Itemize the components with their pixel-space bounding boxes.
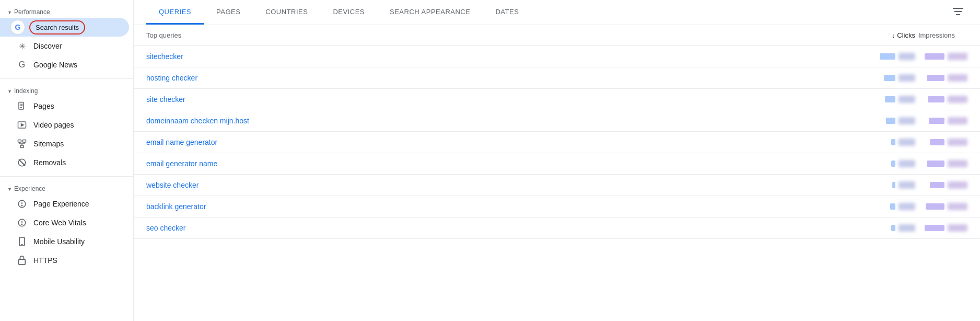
discover-label: Discover	[33, 42, 62, 50]
removals-icon	[17, 157, 27, 168]
clicks-bar-container	[873, 139, 915, 146]
sidebar-section-experience[interactable]: ▾ Experience	[0, 181, 133, 194]
query-text: backlink generator	[146, 202, 873, 211]
page-experience-label: Page Experience	[33, 200, 89, 208]
query-text: email name generator	[146, 138, 873, 146]
tab-countries[interactable]: COUNTRIES	[253, 1, 320, 25]
clicks-bar-container	[873, 117, 915, 124]
query-text: domeinnaam checken mijn.host	[146, 117, 873, 125]
sidebar-section-performance[interactable]: ▾ Performance	[0, 4, 133, 18]
https-label: HTTPS	[33, 256, 57, 265]
impressions-bar-container	[915, 117, 967, 124]
video-pages-icon	[17, 120, 27, 130]
svg-point-17	[21, 205, 22, 206]
clicks-bar-container	[873, 203, 915, 210]
table-row[interactable]: hosting checker	[134, 67, 980, 89]
sidebar-item-google-news[interactable]: G Google News	[0, 55, 129, 74]
sitemaps-icon	[17, 139, 27, 149]
search-results-label: Search results	[29, 20, 85, 35]
clicks-column-header: ↓ Clicks	[873, 31, 915, 39]
query-text: email generator name	[146, 159, 873, 168]
sidebar-item-mobile-usability[interactable]: Mobile Usability	[0, 232, 129, 251]
svg-marker-5	[21, 124, 24, 127]
pages-label: Pages	[33, 102, 54, 110]
tab-queries[interactable]: QUERIES	[146, 1, 204, 25]
chevron-down-icon-experience: ▾	[8, 186, 11, 192]
mobile-usability-icon	[17, 236, 27, 247]
impressions-label: Impressions	[918, 31, 955, 39]
clicks-bar-container	[873, 160, 915, 167]
chevron-down-icon-indexing: ▾	[8, 88, 11, 94]
sidebar-section-indexing-label: Indexing	[14, 87, 38, 95]
sidebar-section-indexing[interactable]: ▾ Indexing	[0, 83, 133, 97]
clicks-bar-container	[873, 74, 915, 82]
impressions-bar-container	[915, 160, 967, 167]
tab-pages[interactable]: PAGES	[204, 1, 253, 25]
clicks-label: Clicks	[897, 31, 915, 39]
sidebar-item-search-results[interactable]: G Search results	[0, 18, 129, 37]
https-icon	[17, 255, 27, 266]
sidebar-item-https[interactable]: HTTPS	[0, 251, 129, 270]
sitemaps-label: Sitemaps	[33, 140, 64, 148]
table-row[interactable]: email generator name	[134, 153, 980, 175]
query-text: seo checker	[146, 224, 873, 232]
svg-rect-7	[23, 140, 26, 143]
clicks-bar-container	[873, 96, 915, 103]
video-pages-label: Video pages	[33, 121, 74, 129]
table-row[interactable]: domeinnaam checken mijn.host	[134, 110, 980, 132]
core-web-vitals-label: Core Web Vitals	[33, 219, 86, 227]
clicks-bar-container	[873, 181, 915, 189]
sidebar-item-discover[interactable]: ✳ Discover	[0, 37, 129, 55]
pages-icon	[17, 101, 27, 111]
table-area: Top queries ↓ Clicks Impressions siteche…	[134, 25, 980, 321]
table-row[interactable]: backlink generator	[134, 196, 980, 217]
filter-button[interactable]	[949, 3, 967, 22]
impressions-column-header: Impressions	[915, 31, 967, 39]
sidebar-section-experience-label: Experience	[14, 185, 45, 192]
table-row[interactable]: website checker	[134, 175, 980, 196]
query-text: hosting checker	[146, 74, 873, 82]
sidebar-item-sitemaps[interactable]: Sitemaps	[0, 134, 129, 153]
main-content: QUERIES PAGES COUNTRIES DEVICES SEARCH A…	[134, 0, 980, 321]
core-web-vitals-icon	[17, 217, 27, 228]
impressions-bar-container	[915, 203, 967, 210]
discover-icon: ✳	[17, 41, 27, 51]
sidebar-item-video-pages[interactable]: Video pages	[0, 116, 129, 134]
chevron-down-icon: ▾	[8, 9, 11, 15]
tabs-bar: QUERIES PAGES COUNTRIES DEVICES SEARCH A…	[134, 0, 980, 25]
svg-point-20	[21, 224, 22, 225]
sidebar-item-removals[interactable]: Removals	[0, 153, 129, 172]
impressions-bar-container	[915, 96, 967, 103]
query-text: site checker	[146, 95, 873, 104]
sidebar-item-pages[interactable]: Pages	[0, 97, 129, 116]
impressions-bar-container	[915, 74, 967, 82]
google-news-label: Google News	[33, 61, 77, 69]
query-text: sitechecker	[146, 52, 873, 61]
table-row[interactable]: site checker	[134, 89, 980, 110]
clicks-bar-container	[873, 53, 915, 60]
impressions-bar-container	[915, 224, 967, 232]
impressions-bar-container	[915, 53, 967, 60]
removals-label: Removals	[33, 158, 66, 167]
clicks-bar-container	[873, 224, 915, 232]
google-news-icon: G	[17, 60, 27, 70]
top-queries-label: Top queries	[146, 31, 181, 39]
tab-search-appearance[interactable]: SEARCH APPEARANCE	[377, 1, 483, 25]
query-text: website checker	[146, 181, 873, 189]
svg-rect-8	[20, 145, 24, 148]
table-header: Top queries ↓ Clicks Impressions	[134, 25, 980, 46]
sidebar-item-page-experience[interactable]: Page Experience	[0, 194, 129, 213]
table-row[interactable]: email name generator	[134, 132, 980, 153]
sidebar-divider-1	[0, 78, 133, 79]
svg-line-14	[19, 159, 25, 166]
table-rows: sitecheckerhosting checkersite checkerdo…	[134, 46, 980, 239]
google-g-icon: G	[10, 20, 25, 35]
sort-arrow-icon: ↓	[892, 31, 895, 39]
table-row[interactable]: sitechecker	[134, 46, 980, 67]
sidebar-item-core-web-vitals[interactable]: Core Web Vitals	[0, 213, 129, 232]
tab-dates[interactable]: DATES	[483, 1, 531, 25]
table-row[interactable]: seo checker	[134, 217, 980, 239]
svg-rect-6	[18, 140, 21, 143]
impressions-bar-container	[915, 181, 967, 189]
tab-devices[interactable]: DEVICES	[320, 1, 377, 25]
